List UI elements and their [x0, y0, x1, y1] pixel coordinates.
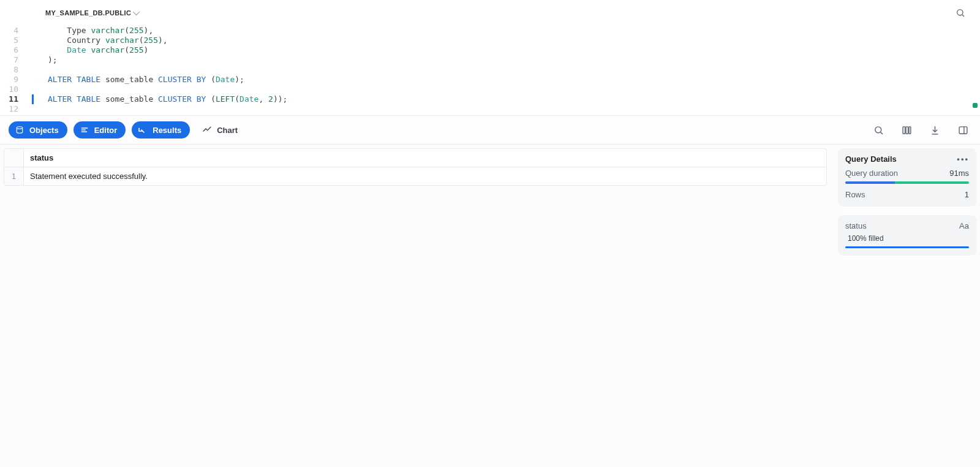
database-picker[interactable]: MY_SAMPLE_DB.PUBLIC: [45, 9, 140, 17]
more-menu-button[interactable]: •••: [957, 154, 969, 164]
table-header-row: status: [4, 149, 826, 167]
line-number: 12: [0, 104, 24, 114]
editor-line[interactable]: 10: [0, 85, 980, 94]
search-button[interactable]: [952, 4, 969, 21]
tab-chart[interactable]: Chart: [196, 121, 246, 139]
row-index: 1: [4, 167, 24, 185]
results-table: status 1 Statement executed successfully…: [4, 148, 827, 186]
code-content: );: [24, 55, 58, 65]
column-info-panel: status Aa 100% filled: [838, 215, 976, 256]
tab-objects[interactable]: Objects: [9, 121, 67, 139]
line-number: 11: [0, 94, 24, 104]
editor-line[interactable]: 12: [0, 104, 980, 114]
svg-rect-10: [909, 126, 911, 133]
svg-line-1: [962, 15, 964, 17]
query-duration-value: 91ms: [949, 169, 969, 178]
chart-icon: [202, 125, 212, 135]
editor-line[interactable]: 9ALTER TABLE some_table CLUSTER BY (Date…: [0, 75, 980, 85]
search-icon: [956, 8, 965, 18]
results-icon: [138, 125, 148, 135]
rows-label: Rows: [845, 190, 865, 199]
line-number: 7: [0, 55, 24, 65]
svg-rect-11: [959, 126, 967, 133]
editor-line[interactable]: 5 Country varchar(255),: [0, 36, 980, 45]
line-number: 5: [0, 36, 24, 45]
download-icon: [930, 125, 940, 135]
filled-bar: [845, 246, 969, 248]
tab-chart-label: Chart: [217, 126, 238, 135]
query-duration-label: Query duration: [845, 169, 898, 178]
column-name: status: [845, 221, 867, 230]
line-number: 10: [0, 85, 24, 94]
download-button[interactable]: [926, 121, 943, 139]
panel-icon: [958, 125, 968, 135]
line-number: 4: [0, 26, 24, 36]
editor-line[interactable]: 11ALTER TABLE some_table CLUSTER BY (LEF…: [0, 94, 980, 104]
svg-rect-8: [903, 126, 905, 133]
code-content: Date varchar(255): [24, 45, 148, 55]
editor-line[interactable]: 8: [0, 65, 980, 75]
results-area: status 1 Statement executed successfully…: [0, 145, 980, 256]
objects-icon: [15, 125, 24, 135]
svg-point-6: [875, 126, 881, 132]
code-content: Country varchar(255),: [24, 36, 168, 45]
editor-line[interactable]: 7);: [0, 55, 980, 65]
table-cell[interactable]: Statement executed successfully.: [24, 167, 826, 185]
column-header[interactable]: status: [24, 149, 826, 167]
columns-button[interactable]: [898, 121, 915, 139]
code-content: [24, 104, 48, 114]
table-row: 1 Statement executed successfully.: [4, 167, 826, 185]
sql-editor[interactable]: 4 Type varchar(255),5 Country varchar(25…: [0, 26, 980, 115]
svg-rect-9: [906, 126, 908, 133]
top-bar: MY_SAMPLE_DB.PUBLIC: [0, 0, 980, 26]
results-search-button[interactable]: [870, 121, 887, 139]
tab-results[interactable]: Results: [132, 121, 190, 139]
editor-caret: [32, 94, 34, 104]
line-number: 9: [0, 75, 24, 85]
tab-results-label: Results: [153, 126, 181, 135]
svg-line-7: [880, 132, 882, 134]
filled-label: 100% filled: [845, 234, 969, 243]
database-path-label: MY_SAMPLE_DB.PUBLIC: [45, 9, 131, 17]
editor-status-indicator: [973, 103, 978, 108]
panel-tab-bar: Objects Editor Results Chart: [0, 115, 980, 145]
editor-line[interactable]: 6 Date varchar(255): [0, 45, 980, 55]
query-details-panel: Query Details ••• Query duration 91ms Ro…: [838, 148, 976, 207]
panel-toggle-button[interactable]: [954, 121, 971, 139]
tab-objects-label: Objects: [29, 126, 59, 135]
code-content: ALTER TABLE some_table CLUSTER BY (LEFT(…: [24, 94, 287, 104]
rows-value: 1: [965, 190, 969, 199]
row-index-header: [4, 149, 24, 167]
code-content: [24, 85, 48, 94]
column-type-glyph: Aa: [959, 221, 969, 230]
code-content: ALTER TABLE some_table CLUSTER BY (Date)…: [24, 75, 244, 85]
line-number: 6: [0, 45, 24, 55]
duration-bar: [845, 181, 969, 184]
code-content: Type varchar(255),: [24, 26, 153, 36]
svg-point-0: [957, 9, 963, 15]
code-content: [24, 65, 48, 75]
columns-icon: [902, 125, 912, 135]
query-details-title: Query Details: [845, 154, 897, 164]
chevron-down-icon: [133, 8, 140, 15]
svg-point-2: [17, 127, 22, 129]
line-number: 8: [0, 65, 24, 75]
editor-line[interactable]: 4 Type varchar(255),: [0, 26, 980, 36]
tab-editor[interactable]: Editor: [74, 121, 126, 139]
editor-icon: [80, 125, 89, 135]
search-icon: [873, 125, 884, 135]
tab-editor-label: Editor: [94, 126, 118, 135]
